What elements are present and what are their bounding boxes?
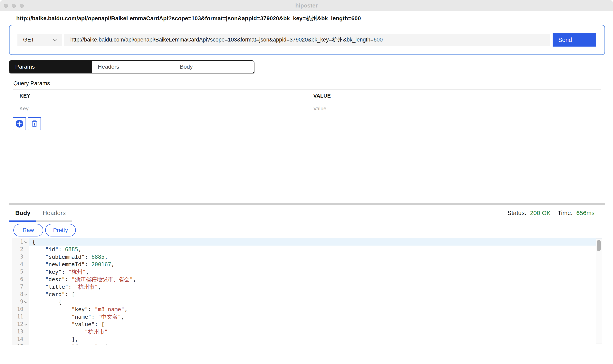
response-tab-body[interactable]: Body (9, 209, 36, 216)
line-gutter: 13 (12, 328, 29, 336)
request-url-heading: http://baike.baidu.com/api/openapi/Baike… (16, 14, 601, 22)
fold-spacer (23, 329, 28, 334)
code-text: { (29, 298, 602, 305)
method-select-value: GET (23, 37, 34, 43)
line-gutter: 5 (12, 268, 29, 275)
response-tab-underline (9, 221, 605, 222)
code-line: 10 "key": "m8_name", (12, 305, 602, 313)
response-status: Status: 200 OK Time: 656ms (507, 209, 595, 216)
query-params-panel: Query Params KEY VALUE (9, 76, 605, 204)
line-number: 11 (17, 313, 23, 321)
delete-param-button[interactable] (28, 117, 41, 130)
fold-spacer (23, 270, 28, 274)
code-lines: 1{2 "id": 6885,3 "subLemmaId": 6885,4 "n… (12, 238, 602, 345)
minimize-window-icon[interactable] (12, 4, 16, 8)
response-view-buttons: Raw Pretty (13, 224, 605, 236)
code-line: 4 "newLemmaId": 200167, (12, 260, 602, 268)
param-key-input[interactable] (19, 103, 293, 115)
line-gutter: 1 (12, 238, 29, 246)
table-row (13, 102, 601, 115)
fold-spacer (23, 285, 28, 289)
code-text: "desc": "浙江省辖地级市、省会", (29, 275, 602, 283)
code-line: 7 "title": "杭州市", (12, 283, 602, 290)
code-line: 5 "key": "杭州", (12, 268, 602, 275)
scrollbar-thumb[interactable] (597, 240, 601, 251)
query-params-table: KEY VALUE (13, 89, 601, 115)
scrollbar-track[interactable] (596, 238, 602, 344)
fold-toggle-icon[interactable] (23, 322, 28, 327)
line-number: 8 (20, 290, 23, 298)
code-line: 3 "subLemmaId": 6885, (12, 253, 602, 260)
add-param-button[interactable] (13, 117, 26, 130)
fold-toggle-icon[interactable] (23, 299, 28, 304)
pretty-button[interactable]: Pretty (45, 224, 76, 236)
line-gutter: 11 (12, 313, 29, 321)
url-input[interactable] (64, 34, 550, 46)
line-gutter: 14 (12, 336, 29, 343)
code-line: 6 "desc": "浙江省辖地级市、省会", (12, 275, 602, 283)
code-text: "card": [ (29, 290, 602, 298)
fold-spacer (23, 262, 28, 267)
raw-button[interactable]: Raw (13, 224, 43, 236)
code-line: 14 ], (12, 336, 602, 343)
fold-spacer (23, 307, 28, 312)
code-text: "newLemmaId": 200167, (29, 260, 602, 268)
window-titlebar: hiposter (0, 0, 613, 11)
line-gutter: 10 (12, 305, 29, 313)
fold-toggle-icon[interactable] (23, 239, 28, 244)
fold-spacer (23, 254, 28, 259)
active-tab-indicator (9, 221, 36, 222)
line-number: 5 (20, 268, 23, 275)
line-gutter: 8 (12, 290, 29, 298)
code-text: "key": "杭州", (29, 268, 602, 275)
line-gutter: 2 (12, 246, 29, 253)
line-gutter: 15 (12, 343, 29, 345)
code-line: 15 "format": [ (12, 343, 602, 345)
code-line: 2 "id": 6885, (12, 246, 602, 253)
line-number: 3 (20, 253, 23, 260)
code-text: "title": "杭州市", (29, 283, 602, 290)
code-line: 13 "杭州市" (12, 328, 602, 336)
maximize-window-icon[interactable] (20, 4, 24, 8)
code-text: "key": "m8_name", (29, 305, 602, 313)
response-header: Body Headers Status: 200 OK Time: 656ms (9, 205, 605, 216)
send-button[interactable]: Send (553, 33, 596, 47)
fold-spacer (23, 314, 28, 319)
response-tab-headers[interactable]: Headers (36, 209, 72, 216)
plus-circle-icon (15, 120, 24, 128)
request-tabs: Params Headers Body (9, 60, 254, 73)
line-gutter: 7 (12, 283, 29, 290)
line-number: 12 (17, 321, 23, 328)
response-body-viewer: 1{2 "id": 6885,3 "subLemmaId": 6885,4 "n… (12, 238, 602, 345)
code-text: "format": [ (29, 343, 602, 345)
line-number: 4 (20, 260, 23, 268)
method-select[interactable]: GET (17, 34, 62, 46)
trash-icon (31, 120, 38, 127)
tab-body[interactable]: Body (174, 61, 254, 73)
code-text: "id": 6885, (29, 246, 602, 253)
code-text: { (29, 238, 602, 246)
code-line: 1{ (12, 238, 602, 246)
line-number: 1 (20, 238, 23, 246)
request-bar: GET Send (9, 25, 605, 55)
code-line: 11 "name": "中文名", (12, 313, 602, 321)
fold-toggle-icon[interactable] (23, 292, 28, 297)
code-text: "杭州市" (29, 328, 602, 336)
key-column-header: KEY (13, 90, 307, 102)
tab-params[interactable]: Params (9, 61, 92, 73)
fold-spacer (23, 247, 28, 252)
close-window-icon[interactable] (4, 4, 8, 8)
line-gutter: 9 (12, 298, 29, 305)
line-number: 15 (17, 343, 23, 345)
line-gutter: 6 (12, 275, 29, 283)
code-text: "name": "中文名", (29, 313, 602, 321)
param-value-input[interactable] (313, 103, 586, 115)
line-number: 7 (20, 283, 23, 290)
value-column-header: VALUE (307, 90, 601, 102)
line-number: 6 (20, 275, 23, 283)
traffic-lights (4, 4, 24, 8)
code-text: ], (29, 336, 602, 343)
tab-headers[interactable]: Headers (92, 61, 174, 73)
code-text: "subLemmaId": 6885, (29, 253, 602, 260)
chevron-down-icon (53, 38, 56, 41)
